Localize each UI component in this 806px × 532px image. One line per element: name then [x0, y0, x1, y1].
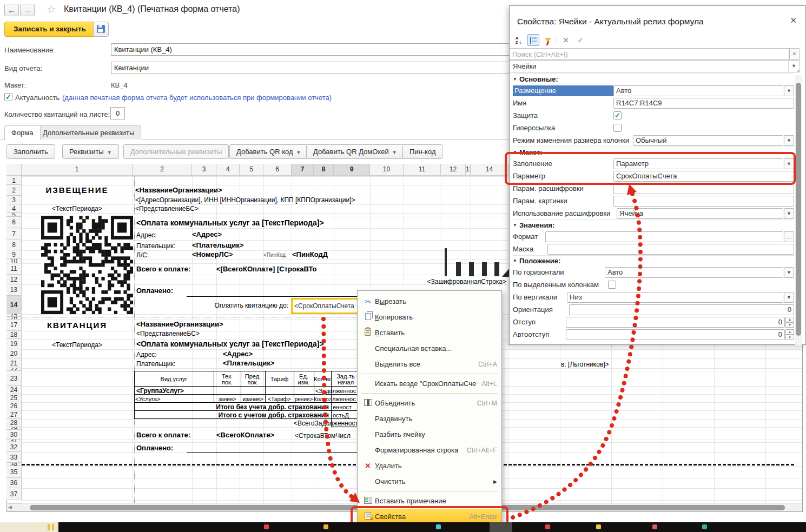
property-label[interactable]: Парам. расшифровки — [513, 183, 613, 194]
row-header[interactable]: 32 — [6, 442, 22, 452]
add-qr-domokey-button[interactable]: Добавить QR ДомОкей▼ — [306, 144, 404, 159]
row-header[interactable]: 9 — [6, 250, 22, 259]
row-header[interactable]: 18 — [6, 331, 22, 339]
property-checkbox[interactable] — [613, 124, 622, 132]
menu-item-вставить-примечание[interactable]: Вставить примечание — [358, 493, 501, 509]
column-header[interactable]: 4 — [216, 164, 240, 176]
row-header[interactable]: 4 — [6, 204, 22, 213]
menu-item-вставить[interactable]: Вставить — [358, 325, 501, 341]
column-header[interactable]: 6 — [263, 164, 292, 176]
property-checkbox[interactable]: ✓ — [613, 111, 622, 119]
scrollbar-thumb[interactable] — [796, 83, 801, 336]
property-value-field[interactable]: 0 — [569, 304, 794, 315]
menu-item-выделить-все[interactable]: Выделить всеCtrl+A — [358, 356, 501, 372]
property-label[interactable]: По выделенным колонкам — [513, 280, 608, 290]
save-button[interactable] — [93, 22, 109, 37]
close-icon[interactable]: ✕ — [790, 16, 797, 25]
column-header[interactable]: 1 — [22, 164, 133, 176]
spinner-control[interactable]: ▲▼ — [785, 317, 794, 328]
apply-icon[interactable]: ✓ — [574, 34, 586, 46]
receipts-per-sheet-input[interactable] — [110, 107, 125, 119]
property-value-field[interactable]: Авто — [613, 85, 783, 96]
property-value-field[interactable]: 0 — [566, 329, 785, 340]
row-header[interactable]: 8 — [6, 240, 22, 250]
property-label[interactable]: Маска — [513, 244, 547, 255]
taskbar-app-icon[interactable] — [264, 524, 269, 529]
column-header[interactable]: 3 — [192, 164, 216, 176]
row-header[interactable]: 2 — [6, 185, 22, 196]
column-header[interactable]: 14 — [471, 164, 508, 176]
row-header[interactable]: 10 — [6, 259, 22, 263]
property-value-field[interactable]: Обычный — [633, 135, 783, 146]
property-label[interactable]: Заполнение — [513, 158, 613, 169]
chevron-down-icon[interactable]: ▼ — [784, 208, 794, 219]
scroll-left-arrow-icon[interactable]: ◀ — [8, 504, 12, 510]
taskbar[interactable] — [0, 522, 806, 532]
add-qr-button[interactable]: Добавить QR код▼ — [229, 144, 308, 159]
group-by-categories-icon[interactable] — [527, 34, 539, 46]
row-header[interactable]: 26 — [6, 402, 22, 410]
menu-item-искать-везде-срокоплатысчета-[interactable]: Искать везде "СрокОплатыСчета"Alt+L — [358, 376, 501, 391]
taskbar-window-block[interactable] — [490, 522, 512, 532]
fill-button[interactable]: Заполнить — [6, 144, 55, 159]
row-header[interactable]: 19 — [6, 339, 22, 349]
search-clear-icon[interactable]: ✕ — [789, 48, 800, 60]
property-value-field[interactable] — [545, 231, 783, 242]
back-button[interactable]: ← — [4, 4, 19, 16]
row-header[interactable]: 27 — [6, 410, 22, 419]
sheet-corner-cell[interactable] — [6, 164, 22, 176]
chevron-down-icon[interactable]: ▼ — [784, 158, 794, 169]
property-label[interactable]: Формат — [513, 231, 545, 242]
property-label[interactable]: Параметр — [513, 171, 613, 182]
row-header[interactable]: 25 — [6, 394, 22, 402]
property-section-header[interactable]: ▼Основные: — [513, 74, 794, 84]
menu-item-удалить[interactable]: ✕Удалить — [358, 458, 501, 474]
column-header[interactable]: 2 — [133, 164, 192, 176]
property-value-field[interactable]: 0 — [566, 317, 785, 328]
row-header[interactable]: 12 — [6, 275, 22, 284]
taskbar-app-icon[interactable] — [702, 524, 707, 529]
property-value-field[interactable]: Низ — [567, 292, 783, 303]
row-header[interactable]: 5 — [6, 213, 22, 217]
property-value-field[interactable]: Авто — [605, 267, 783, 278]
property-value-field[interactable]: R14C7:R14C9 — [613, 98, 794, 109]
favorite-star-icon[interactable]: ☆ — [47, 3, 56, 16]
pin-code-button[interactable]: Пин-код — [402, 144, 442, 159]
property-label[interactable]: Защита — [513, 110, 613, 121]
property-value-field[interactable]: Параметр — [613, 158, 783, 169]
row-header[interactable]: 13 — [6, 284, 22, 296]
menu-item-форматированная-строка[interactable]: Форматированная строкаCtrl+Alt+F — [358, 442, 501, 458]
ellipsis-button[interactable]: ... — [784, 231, 794, 242]
property-value-field[interactable]: СрокОплатыСчета — [613, 171, 794, 182]
row-header[interactable]: 17 — [6, 320, 22, 331]
forward-button[interactable]: → — [20, 4, 35, 16]
property-value-field[interactable] — [613, 196, 794, 207]
menu-item-разбить-ячейку[interactable]: Разбить ячейку — [358, 427, 501, 442]
row-header[interactable]: 3 — [6, 196, 22, 204]
row-header[interactable]: 20 — [6, 349, 22, 358]
column-header[interactable]: 13 — [466, 164, 471, 176]
column-header[interactable]: 9 — [334, 164, 370, 176]
clear-icon[interactable]: ✕ — [560, 34, 572, 46]
property-label[interactable]: Гиперссылка — [513, 123, 613, 134]
row-header[interactable]: 24 — [6, 386, 22, 394]
menu-item-объединить[interactable]: ОбъединитьCtrl+M — [358, 395, 501, 411]
spinner-control[interactable]: ▲▼ — [785, 329, 794, 340]
selected-cell-srok-oplaty[interactable]: <СрокОплатыСчета — [291, 298, 360, 314]
tab-dop-rekvizity[interactable]: Дополнительные реквизиты — [36, 125, 141, 139]
row-header[interactable]: 23 — [6, 371, 22, 386]
row-header[interactable]: 7 — [6, 228, 22, 240]
actuality-checkbox[interactable]: ✓ — [4, 93, 12, 101]
property-label[interactable]: По вертикали — [513, 292, 567, 303]
menu-item-очистить[interactable]: Очистить▶ — [358, 474, 501, 489]
property-section-header[interactable]: ▼Макет: — [513, 147, 794, 157]
taskbar-app-icon[interactable] — [436, 524, 441, 529]
property-label[interactable]: По горизонтали — [513, 267, 605, 278]
taskbar-app-icon[interactable] — [545, 524, 550, 529]
property-checkbox[interactable] — [608, 281, 616, 289]
row-header[interactable]: 33 — [6, 452, 22, 463]
scroll-up-arrow-icon[interactable]: ▲ — [795, 68, 802, 73]
row-header[interactable]: 11 — [6, 263, 22, 275]
property-label[interactable]: Ориентация — [513, 304, 569, 315]
taskbar-app-icon[interactable] — [596, 524, 601, 529]
